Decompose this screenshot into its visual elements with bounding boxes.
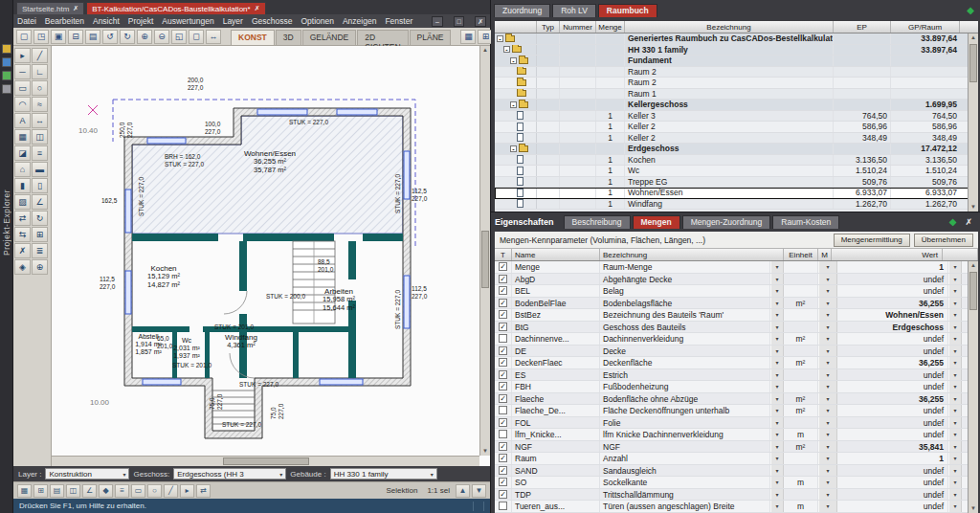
scroll-down-icon[interactable]: ▼	[969, 203, 978, 212]
col-bezeichnung[interactable]: Bezeichnung	[625, 21, 834, 33]
dropdown-icon[interactable]: ▾	[948, 346, 962, 357]
zoom-fit-icon[interactable]: ◻	[189, 30, 204, 44]
dropdown-icon[interactable]: ▾	[770, 322, 784, 333]
property-row[interactable]: ✓FlaecheBodenfläche ohne Abzüge▾m²▾36,25…	[495, 393, 978, 406]
layer-tool-icon[interactable]: ≣	[32, 243, 48, 258]
save-icon[interactable]: ▣	[51, 30, 66, 44]
dropdown-icon[interactable]: ▾	[948, 333, 962, 345]
dropdown-icon[interactable]: ▾	[818, 501, 837, 512]
hatch-tool-icon[interactable]: ▨	[14, 194, 31, 210]
canvas-hscroll[interactable]	[52, 456, 479, 466]
geschoss-select[interactable]: Erdgeschoss (HH 3▾	[173, 468, 286, 480]
property-row[interactable]: ✓SANDSandausgleich▾▾undef▾	[495, 465, 978, 478]
raumbuch-row[interactable]: -HH 330 1 family33.897,64	[495, 45, 978, 56]
column-tool-icon[interactable]: ▮	[14, 178, 31, 193]
dropdown-icon[interactable]: ▾	[770, 489, 784, 501]
tab-bt-kalkulation[interactable]: BT-Kalkulation/CasCADos-Baustellkalkulat…	[86, 2, 265, 14]
zoom-step-up-icon[interactable]: ▲	[456, 484, 470, 498]
dropdown-icon[interactable]: ▾	[948, 465, 962, 477]
dropdown-icon[interactable]: ▾	[948, 405, 962, 416]
layer-select[interactable]: Konstruktion▾	[45, 468, 129, 480]
delete-tool-icon[interactable]: ✗	[14, 243, 31, 258]
mengenermittlung-button[interactable]: Mengenermittlung	[834, 234, 910, 247]
edit-tool-icon[interactable]: ╱	[32, 48, 48, 63]
raumbuch-row[interactable]: Raum 1	[495, 89, 978, 100]
dropdown-icon[interactable]: ▾	[770, 477, 784, 488]
scroll-down-icon[interactable]: ▼	[480, 447, 490, 456]
property-row[interactable]: ✓RaumAnzahl▾▾1▾	[495, 453, 978, 465]
maximize-button[interactable]: □	[454, 16, 465, 27]
property-row[interactable]: Tueren_aus...Türen (aussen angeschlagen)…	[495, 501, 978, 513]
group-tool-icon[interactable]: ◈	[14, 259, 31, 275]
scroll-up-icon[interactable]: ▲	[969, 33, 978, 42]
redo-icon[interactable]: ↻	[120, 30, 135, 44]
drawing-canvas[interactable]: Wohnen/Essen 36,255 m² 35,787 m² Kochen …	[52, 46, 490, 466]
panel-diamond-icon[interactable]: ◆	[967, 4, 974, 17]
dropdown-icon[interactable]: ▾	[948, 417, 962, 429]
move-tool-icon[interactable]: ⇄	[14, 211, 31, 226]
property-row[interactable]: Dachinnenve...Dachinnenverkleidung▾m²▾un…	[495, 333, 978, 346]
zoom-tool-icon[interactable]: ⊕	[32, 259, 48, 275]
view-tab-2d-sichten[interactable]: 2D SICHTEN	[357, 30, 408, 45]
canvas-hscroll-thumb[interactable]	[223, 457, 309, 465]
raumbuch-row[interactable]: 1Keller 2348,49348,49	[495, 133, 978, 145]
select-tool-icon[interactable]: ▸	[14, 48, 31, 63]
checkbox-icon[interactable]: ✓	[499, 323, 507, 331]
col-typ[interactable]: Typ	[537, 21, 560, 33]
property-row[interactable]: ✓ESEstrich▾▾undef▾	[495, 369, 978, 382]
wall-tool-icon[interactable]: ▦	[14, 129, 31, 145]
property-row[interactable]: ✓DEDecke▾▾undef▾	[495, 346, 978, 358]
window-snap-icon[interactable]: ◫	[66, 484, 80, 498]
property-row[interactable]: ✓BELBelag▾▾undef▾	[495, 285, 978, 298]
dropdown-icon[interactable]: ▾	[770, 274, 784, 285]
menu-item-auswertungen[interactable]: Auswertungen	[162, 16, 213, 26]
dropdown-icon[interactable]: ▾	[948, 429, 962, 440]
measure-tool-icon[interactable]: ∠	[32, 194, 48, 210]
col-m[interactable]: M	[818, 249, 832, 260]
angle-snap-icon[interactable]: ∠	[82, 484, 97, 498]
dropdown-icon[interactable]: ▾	[770, 393, 784, 405]
raumbuch-row[interactable]: 1Wc1.510,241.510,24	[495, 166, 978, 177]
scroll-up-icon[interactable]: ▲	[969, 261, 978, 270]
property-row[interactable]: ✓NGFNGF▾m²▾35,841▾	[495, 441, 978, 454]
dropdown-icon[interactable]: ▾	[770, 261, 784, 273]
checkbox-icon[interactable]: ✓	[499, 370, 507, 379]
pan-icon[interactable]: ↔	[206, 30, 221, 44]
property-row[interactable]: ✓BtGGeschoss des Bauteils▾▾Erdgeschoss▾	[495, 322, 978, 334]
dropdown-icon[interactable]: ▾	[818, 309, 837, 321]
undo-icon[interactable]: ↺	[102, 30, 118, 44]
dropdown-icon[interactable]: ▾	[818, 322, 837, 333]
raumbuch-row[interactable]: 1Kochen3.136,503.136,50	[495, 155, 978, 167]
swap-snap-icon[interactable]: ⇄	[196, 484, 211, 498]
dropdown-icon[interactable]: ▾	[770, 309, 784, 321]
scroll-down-icon[interactable]: ▼	[969, 504, 978, 513]
raster-icon[interactable]: ▦	[17, 484, 32, 498]
raumbuch-row[interactable]: Raum 2	[495, 67, 978, 78]
view-tab-3d[interactable]: 3D	[276, 30, 301, 45]
checkbox-icon[interactable]: ✓	[499, 394, 507, 403]
checkbox-icon[interactable]: ✓	[499, 490, 507, 499]
view-tab-gelände[interactable]: GELÄNDE	[302, 30, 357, 45]
menu-item-fenster[interactable]: Fenster	[385, 16, 412, 26]
dropdown-icon[interactable]: ▾	[948, 369, 962, 381]
property-row[interactable]: ✓FBHFußbodenheizung▾▾undef▾	[495, 381, 978, 393]
dropdown-icon[interactable]: ▾	[948, 393, 962, 405]
close-tab-icon[interactable]: ✗	[255, 5, 260, 12]
checkbox-icon[interactable]	[499, 406, 507, 414]
dropdown-icon[interactable]: ▾	[818, 285, 837, 297]
col-einheit[interactable]: Einheit	[784, 249, 818, 260]
polyline-tool-icon[interactable]: ∟	[32, 64, 48, 79]
dropdown-icon[interactable]: ▾	[818, 298, 837, 309]
rectangle-tool-icon[interactable]: ▭	[14, 80, 31, 96]
cursor-snap-icon[interactable]: ▸	[180, 484, 194, 498]
line-snap-icon[interactable]: ≡	[115, 484, 129, 498]
dropdown-icon[interactable]: ▾	[818, 477, 837, 488]
circle-tool-icon[interactable]: ○	[32, 80, 48, 96]
canvas-vscroll-thumb[interactable]	[481, 231, 489, 288]
checkbox-icon[interactable]: ✓	[499, 358, 507, 367]
menu-item-anzeigen[interactable]: Anzeigen	[343, 16, 376, 26]
checkbox-icon[interactable]: ✓	[499, 382, 507, 390]
property-row[interactable]: ✓AbgDAbgehängte Decke▾▾undef▾	[495, 274, 978, 286]
tab-mengen[interactable]: Mengen	[633, 215, 680, 229]
dropdown-icon[interactable]: ▾	[948, 274, 962, 285]
